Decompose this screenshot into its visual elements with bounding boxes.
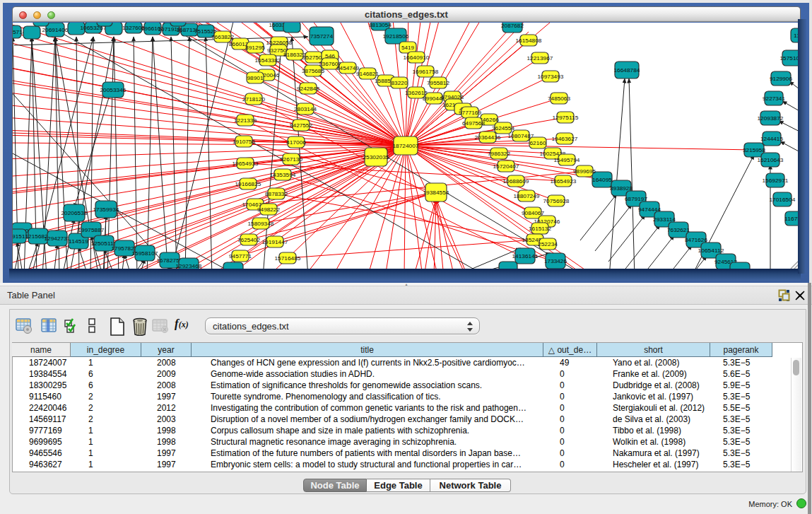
svg-text:2718120: 2718120 bbox=[242, 97, 265, 102]
svg-text:19166825: 19166825 bbox=[235, 182, 261, 187]
svg-text:6497568: 6497568 bbox=[462, 121, 485, 126]
svg-text:19975887: 19975887 bbox=[78, 228, 105, 233]
svg-text:8813054: 8813054 bbox=[369, 23, 392, 28]
svg-text:16648784: 16648784 bbox=[614, 68, 640, 73]
svg-text:20364436: 20364436 bbox=[475, 135, 501, 140]
svg-text:9457771: 9457771 bbox=[229, 254, 252, 259]
svg-text:15958107: 15958107 bbox=[132, 251, 158, 256]
svg-text:12942737: 12942737 bbox=[45, 236, 71, 241]
svg-text:8454749: 8454749 bbox=[336, 66, 359, 71]
svg-text:1221339: 1221339 bbox=[234, 118, 257, 123]
svg-text:9227341: 9227341 bbox=[763, 96, 785, 101]
svg-text:417006: 417006 bbox=[286, 140, 306, 145]
svg-text:15692971: 15692971 bbox=[763, 178, 789, 183]
svg-text:98901: 98901 bbox=[247, 76, 264, 81]
svg-text:891295: 891295 bbox=[245, 45, 265, 50]
svg-text:7632621: 7632621 bbox=[667, 228, 690, 233]
svg-text:5419: 5419 bbox=[401, 45, 414, 50]
svg-text:9777169: 9777169 bbox=[459, 110, 481, 115]
svg-text:9242848: 9242848 bbox=[297, 86, 319, 91]
svg-text:15716485: 15716485 bbox=[275, 256, 301, 261]
svg-text:1615132: 1615132 bbox=[529, 226, 551, 231]
svg-text:1362615: 1362615 bbox=[405, 90, 428, 95]
svg-text:7955812: 7955812 bbox=[427, 81, 449, 86]
svg-text:83220: 83220 bbox=[392, 81, 408, 86]
svg-text:62160: 62160 bbox=[530, 141, 546, 146]
svg-text:10807487: 10807487 bbox=[508, 134, 534, 139]
svg-text:19191447: 19191447 bbox=[262, 240, 288, 245]
svg-text:3215958: 3215958 bbox=[743, 148, 765, 153]
svg-text:70756928: 70756928 bbox=[543, 199, 570, 204]
svg-text:19654933: 19654933 bbox=[233, 161, 259, 166]
svg-text:2803144: 2803144 bbox=[294, 107, 317, 112]
svg-text:16961758: 16961758 bbox=[413, 69, 439, 74]
svg-text:8471626: 8471626 bbox=[685, 238, 707, 243]
svg-text:9498222: 9498222 bbox=[257, 207, 280, 212]
svg-text:8878332: 8878332 bbox=[265, 192, 288, 197]
svg-text:16640910: 16640910 bbox=[404, 55, 430, 60]
svg-text:20053346: 20053346 bbox=[100, 88, 126, 93]
svg-text:7485063: 7485063 bbox=[548, 96, 570, 101]
svg-text:18724007: 18724007 bbox=[393, 144, 419, 148]
svg-text:10654112: 10654112 bbox=[698, 248, 724, 253]
svg-text:12213967: 12213967 bbox=[527, 56, 553, 61]
svg-text:9129906: 9129906 bbox=[770, 76, 792, 81]
svg-text:16154808: 16154808 bbox=[516, 38, 542, 43]
svg-text:2933114: 2933114 bbox=[653, 217, 676, 222]
svg-text:7663822: 7663822 bbox=[211, 35, 234, 40]
svg-text:25302035: 25302035 bbox=[363, 155, 389, 160]
svg-text:20691406: 20691406 bbox=[42, 28, 69, 33]
svg-text:17359934: 17359934 bbox=[93, 207, 119, 212]
svg-text:1733426: 1733426 bbox=[544, 259, 567, 264]
svg-text:9146821: 9146821 bbox=[356, 71, 379, 76]
svg-text:8938928: 8938928 bbox=[610, 186, 632, 191]
svg-text:19218506: 19218506 bbox=[383, 34, 409, 39]
svg-text:39151: 39151 bbox=[12, 234, 25, 239]
svg-text:20206538: 20206538 bbox=[61, 211, 88, 216]
svg-text:12093872: 12093872 bbox=[758, 116, 784, 121]
svg-text:12975115: 12975115 bbox=[553, 115, 579, 120]
svg-text:7515525: 7515525 bbox=[194, 29, 217, 34]
svg-text:16543382: 16543382 bbox=[255, 58, 281, 63]
svg-text:15720407: 15720407 bbox=[493, 164, 519, 169]
svg-text:10688609: 10688609 bbox=[503, 179, 529, 184]
svg-text:7625402: 7625402 bbox=[237, 238, 260, 243]
svg-text:18654923: 18654923 bbox=[551, 179, 577, 184]
svg-text:19384554: 19384554 bbox=[423, 190, 449, 195]
svg-text:3875685: 3875685 bbox=[302, 69, 324, 74]
svg-text:2087682: 2087682 bbox=[501, 23, 524, 28]
svg-text:114519: 114519 bbox=[69, 239, 88, 244]
svg-text:7986322: 7986322 bbox=[488, 151, 510, 156]
svg-text:14353594: 14353594 bbox=[270, 173, 296, 177]
svg-text:1244415: 1244415 bbox=[760, 136, 783, 141]
svg-text:6879197: 6879197 bbox=[625, 197, 647, 201]
svg-text:15495794: 15495794 bbox=[554, 158, 580, 163]
svg-text:10973493: 10973493 bbox=[538, 74, 564, 79]
svg-text:12505115: 12505115 bbox=[91, 241, 117, 246]
svg-text:3624554: 3624554 bbox=[492, 126, 514, 131]
svg-text:14136141: 14136141 bbox=[512, 254, 539, 259]
svg-text:1910755: 1910755 bbox=[233, 139, 255, 144]
svg-text:7357274: 7357274 bbox=[310, 34, 333, 39]
svg-text:164095: 164095 bbox=[592, 177, 612, 182]
svg-text:9899695: 9899695 bbox=[573, 169, 596, 174]
svg-text:16210643: 16210643 bbox=[758, 158, 784, 163]
svg-text:17016504: 17016504 bbox=[770, 197, 796, 202]
svg-text:18807249: 18807249 bbox=[514, 194, 540, 199]
svg-text:19463627: 19463627 bbox=[552, 136, 578, 141]
svg-text:17957825: 17957825 bbox=[112, 246, 138, 251]
svg-text:9084067: 9084067 bbox=[522, 211, 544, 216]
svg-text:15809348: 15809348 bbox=[248, 221, 274, 226]
svg-text:12923468: 12923468 bbox=[176, 264, 202, 269]
svg-text:3267130: 3267130 bbox=[280, 157, 302, 162]
svg-text:8427552: 8427552 bbox=[290, 123, 312, 128]
svg-text:252234: 252234 bbox=[538, 242, 558, 247]
